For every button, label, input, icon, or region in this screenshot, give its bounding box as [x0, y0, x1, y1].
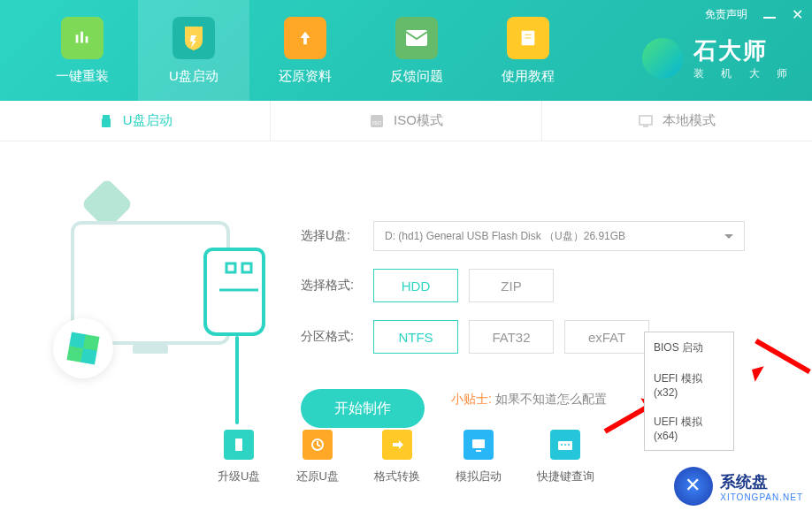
select-value: D: (hd1) General USB Flash Disk （U盘）26.9… — [385, 229, 625, 244]
nav-restore[interactable]: 还原资料 — [249, 0, 361, 101]
windows-icon — [66, 332, 99, 364]
window-controls: 免责声明 ✕ — [705, 7, 803, 22]
usb-drive-select[interactable]: D: (hd1) General USB Flash Disk （U盘）26.9… — [373, 221, 745, 251]
tool-label: 快捷键查询 — [537, 469, 594, 484]
brand-logo-icon — [642, 38, 683, 79]
tab-iso-mode[interactable]: ISO ISO模式 — [271, 101, 541, 141]
usb-upgrade-icon — [224, 430, 254, 460]
svg-rect-1 — [80, 31, 83, 42]
tool-upgrade-usb[interactable]: 升级U盘 — [218, 430, 260, 484]
main-nav: 一键重装 U盘启动 还原资料 反馈问题 使用教程 — [0, 0, 584, 101]
svg-point-22 — [564, 444, 566, 446]
app-header: 免责声明 ✕ 一键重装 U盘启动 还原资料 反馈问题 — [0, 0, 812, 101]
tool-simulate-boot[interactable]: 模拟启动 — [456, 430, 502, 484]
brand-subtitle: 装 机 大 师 — [693, 66, 794, 81]
monitor-icon — [638, 113, 654, 129]
windows-badge — [53, 318, 113, 378]
nav-label: 使用教程 — [502, 68, 555, 85]
tip-text: 如果不知道怎么配置 — [495, 392, 607, 406]
tab-label: ISO模式 — [394, 112, 443, 129]
tool-label: 格式转换 — [374, 469, 420, 484]
convert-icon — [382, 430, 412, 460]
nav-label: 还原资料 — [279, 68, 332, 85]
tool-label: 升级U盘 — [218, 469, 260, 484]
chevron-down-icon — [724, 234, 733, 243]
nav-feedback[interactable]: 反馈问题 — [361, 0, 472, 101]
tab-local-mode[interactable]: 本地模式 — [542, 101, 812, 141]
mail-icon — [395, 17, 438, 59]
popup-item-uefi32[interactable]: UEFI 模拟(x32) — [645, 363, 733, 407]
upload-icon — [284, 17, 326, 59]
brand: 石大师 装 机 大 师 — [642, 35, 794, 81]
simulate-icon — [463, 430, 494, 460]
svg-rect-16 — [235, 439, 242, 451]
partition-option-exfat[interactable]: exFAT — [564, 320, 649, 354]
nav-label: 反馈问题 — [390, 68, 443, 85]
restore-icon — [303, 430, 333, 460]
nav-reinstall[interactable]: 一键重装 — [27, 0, 138, 101]
svg-rect-14 — [242, 263, 251, 272]
tab-label: U盘启动 — [123, 112, 172, 129]
minimize-icon — [763, 17, 776, 19]
format-option-hdd[interactable]: HDD — [373, 269, 458, 302]
svg-rect-0 — [76, 34, 79, 42]
usb-illustration — [35, 168, 265, 416]
close-button[interactable]: ✕ — [792, 8, 803, 22]
annotation-arrow — [734, 301, 812, 389]
nav-tutorial[interactable]: 使用教程 — [472, 0, 584, 101]
popup-item-bios[interactable]: BIOS 启动 — [645, 332, 733, 363]
partition-option-fat32[interactable]: FAT32 — [469, 320, 554, 354]
tool-restore-usb[interactable]: 还原U盘 — [296, 430, 339, 484]
svg-rect-7 — [103, 115, 110, 118]
nav-usb-boot[interactable]: U盘启动 — [138, 0, 249, 101]
tool-format-convert[interactable]: 格式转换 — [374, 430, 420, 484]
svg-rect-8 — [102, 118, 111, 127]
svg-rect-18 — [472, 439, 485, 448]
nav-label: 一键重装 — [56, 68, 109, 85]
watermark-logo-icon — [674, 467, 713, 506]
partition-option-ntfs[interactable]: NTFS — [373, 320, 458, 354]
iso-icon: ISO — [369, 113, 385, 129]
boot-mode-popup: BIOS 启动 UEFI 模拟(x32) UEFI 模拟(x64) — [644, 332, 734, 451]
svg-text:ISO: ISO — [372, 120, 382, 126]
format-label: 选择格式: — [301, 278, 363, 294]
tool-hotkey-query[interactable]: 快捷键查询 — [537, 430, 594, 484]
mode-tabs: U盘启动 ISO ISO模式 本地模式 — [0, 101, 812, 141]
usb-icon — [98, 113, 114, 129]
usb-shield-icon — [172, 17, 215, 59]
usb-plug-illustration — [203, 248, 265, 336]
watermark-url: XITONGPAN.NET — [720, 492, 803, 502]
partition-label: 分区格式: — [301, 329, 363, 345]
brand-title: 石大师 — [693, 35, 794, 66]
bars-icon — [61, 17, 103, 59]
svg-rect-13 — [226, 263, 235, 272]
minimize-button[interactable] — [763, 9, 776, 21]
tool-label: 模拟启动 — [456, 469, 502, 484]
svg-point-23 — [568, 444, 570, 446]
svg-rect-2 — [86, 36, 88, 42]
svg-rect-11 — [640, 116, 652, 125]
tip-label: 小贴士: — [451, 392, 492, 406]
tab-usb-boot[interactable]: U盘启动 — [0, 101, 271, 141]
nav-label: U盘启动 — [169, 68, 218, 85]
popup-item-uefi64[interactable]: UEFI 模拟(x64) — [645, 407, 733, 450]
tool-label: 还原U盘 — [296, 469, 339, 484]
start-create-button[interactable]: 开始制作 — [301, 389, 425, 428]
keyboard-icon — [550, 430, 580, 460]
select-usb-label: 选择U盘: — [301, 228, 363, 244]
book-icon — [507, 17, 549, 59]
watermark: 系统盘 XITONGPAN.NET — [665, 461, 812, 511]
tab-label: 本地模式 — [663, 112, 716, 129]
watermark-title: 系统盘 — [720, 471, 803, 492]
disclaimer-link[interactable]: 免责声明 — [705, 7, 747, 22]
svg-point-21 — [561, 444, 563, 446]
format-option-zip[interactable]: ZIP — [469, 269, 554, 302]
